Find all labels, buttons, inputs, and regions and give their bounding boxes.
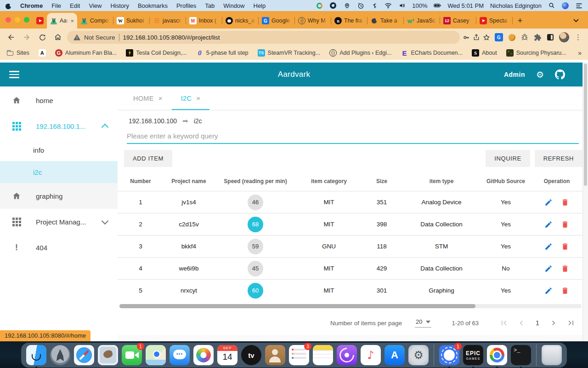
delete-trash-icon[interactable]	[561, 220, 569, 229]
menu-file[interactable]: File	[51, 2, 61, 9]
menu-edit[interactable]: Edit	[70, 2, 80, 9]
menu-help[interactable]: Help	[254, 2, 266, 9]
dock-signal[interactable]: 1	[439, 345, 460, 366]
edit-pencil-icon[interactable]	[544, 220, 553, 229]
edit-pencil-icon[interactable]	[544, 198, 553, 207]
browser-tab[interactable]: w³JavaSc	[404, 13, 440, 29]
dock-music[interactable]: ♪	[360, 345, 381, 366]
refresh-button[interactable]: REFRESH	[535, 150, 582, 167]
home-button[interactable]	[51, 31, 64, 44]
sidebar-item-info[interactable]: info	[0, 139, 118, 161]
browser-tab-active[interactable]: Aar ×	[47, 13, 77, 29]
address-bar[interactable]: Not Secure 192.168.100.105:8080/#/projec…	[67, 31, 460, 44]
bookmark[interactable]: SAbout	[472, 49, 497, 57]
edit-pencil-icon[interactable]	[544, 264, 553, 273]
bookmark[interactable]: Tesla Coil Design,...	[126, 49, 187, 57]
tab-close-icon[interactable]: ×	[196, 94, 200, 102]
browser-tab[interactable]: nThe fra	[331, 13, 368, 29]
url-text[interactable]: 192.168.100.105:8080/#/project/list	[123, 34, 220, 41]
tab-home[interactable]: HOME ×	[124, 86, 172, 110]
menu-tab[interactable]: Tab	[205, 2, 215, 9]
delete-trash-icon[interactable]	[561, 198, 569, 207]
apple-menu-icon[interactable]	[6, 2, 11, 9]
translate-extension-icon[interactable]: G	[495, 33, 503, 41]
sidebar-item-project-management[interactable]: Project Manag...	[0, 209, 118, 235]
dock-reminders[interactable]: 3	[288, 345, 310, 366]
password-key-icon[interactable]	[463, 34, 470, 41]
dock-podcasts[interactable]	[336, 345, 357, 366]
bookmark-sites-folder[interactable]: Sites	[6, 49, 29, 57]
edit-pencil-icon[interactable]	[544, 242, 553, 251]
horizontal-scrollbar[interactable]	[119, 304, 582, 308]
delete-trash-icon[interactable]	[561, 264, 569, 273]
browser-tab[interactable]: javascr	[150, 13, 186, 29]
loop-status-icon[interactable]	[316, 2, 323, 9]
edit-pencil-icon[interactable]	[544, 287, 553, 295]
pinned-tab-youtube[interactable]	[33, 13, 47, 29]
browser-tab[interactable]: nicks_a	[222, 13, 259, 29]
settings-gear-icon[interactable]: ⚙	[536, 70, 544, 79]
search-input[interactable]	[127, 132, 579, 140]
sidebar-item-device[interactable]: 192.168.100.1...	[0, 113, 118, 139]
scrollbar-thumb[interactable]	[119, 304, 475, 308]
dock-system-preferences[interactable]: ⚙	[408, 345, 429, 366]
location-icon[interactable]	[343, 2, 351, 9]
tab-close-icon[interactable]: ×	[70, 17, 74, 24]
previous-page-button[interactable]	[514, 316, 528, 330]
menubar-user[interactable]: Nicholas Edgington	[490, 2, 542, 9]
sidebar-item-i2c[interactable]: i2c	[0, 161, 118, 183]
bookmark[interactable]: TSSteamVR Tracking...	[258, 49, 321, 57]
side-panel-icon[interactable]	[547, 34, 554, 40]
page-size-select[interactable]: 20	[415, 318, 431, 328]
bookmark[interactable]: Sourcing Physaru...	[506, 49, 566, 57]
dock-appstore[interactable]: A	[384, 345, 405, 366]
dock-launchpad[interactable]	[50, 345, 71, 366]
dock-safari[interactable]	[74, 345, 95, 366]
bookmark-a[interactable]: A	[39, 49, 46, 57]
browser-tab[interactable]: Compo	[77, 13, 113, 29]
browser-tab[interactable]: Take a	[368, 13, 404, 29]
dock-finder[interactable]	[26, 345, 47, 366]
scrollbar-thumb[interactable]	[584, 63, 587, 186]
dock-trash[interactable]	[541, 345, 562, 366]
dock-terminal[interactable]: >_	[510, 345, 531, 366]
dock-photos[interactable]	[193, 345, 214, 366]
add-item-button[interactable]: ADD ITEM	[124, 150, 172, 167]
menu-bookmarks[interactable]: Bookmarks	[138, 2, 168, 9]
bug-extension-icon[interactable]	[521, 34, 528, 41]
dock-calendar[interactable]: SEP 14	[217, 345, 238, 366]
volume-icon[interactable]	[398, 2, 406, 9]
browser-tab[interactable]: MInbox (	[186, 13, 222, 29]
browser-tab[interactable]: GGoogle	[259, 13, 295, 29]
dock-chrome[interactable]	[486, 345, 508, 366]
control-center-icon[interactable]	[575, 2, 582, 9]
bookmark[interactable]: EECharts Documen...	[401, 49, 463, 57]
window-minimize-button[interactable]	[15, 17, 20, 23]
last-page-button[interactable]	[564, 316, 578, 330]
browser-tab[interactable]: WSukhoi	[113, 13, 150, 29]
browser-tab[interactable]: Why M	[295, 13, 331, 29]
delete-trash-icon[interactable]	[561, 287, 569, 295]
delete-trash-icon[interactable]	[561, 242, 569, 251]
extensions-puzzle-icon[interactable]	[534, 34, 542, 41]
menu-chrome[interactable]: Chrome	[20, 2, 43, 9]
time-machine-icon[interactable]	[357, 2, 364, 9]
page-vertical-scrollbar[interactable]	[582, 63, 588, 341]
tab-search-chevron[interactable]	[570, 14, 582, 27]
bluetooth-icon[interactable]	[371, 2, 378, 9]
sidebar-item-404[interactable]: ! 404	[0, 235, 118, 260]
admin-menu[interactable]: Admin	[504, 71, 525, 78]
bookmark[interactable]: GAluminum Fan Bla...	[55, 49, 117, 57]
siri-icon[interactable]	[562, 2, 569, 9]
cookie-extension-icon[interactable]	[509, 34, 515, 41]
sidebar-item-home[interactable]: home	[0, 87, 118, 113]
menubar-clock[interactable]: Wed 5:01 PM	[447, 2, 484, 9]
dock-contacts[interactable]	[265, 345, 286, 366]
sidebar-item-graphing[interactable]: graphing	[0, 183, 118, 209]
tab-close-icon[interactable]: ×	[158, 94, 163, 102]
bookmarks-overflow-chevron[interactable]: »	[578, 49, 582, 57]
back-button[interactable]	[5, 31, 17, 44]
menu-history[interactable]: History	[110, 2, 129, 9]
spotlight-icon[interactable]	[548, 2, 555, 9]
dock-messages[interactable]	[169, 345, 190, 366]
